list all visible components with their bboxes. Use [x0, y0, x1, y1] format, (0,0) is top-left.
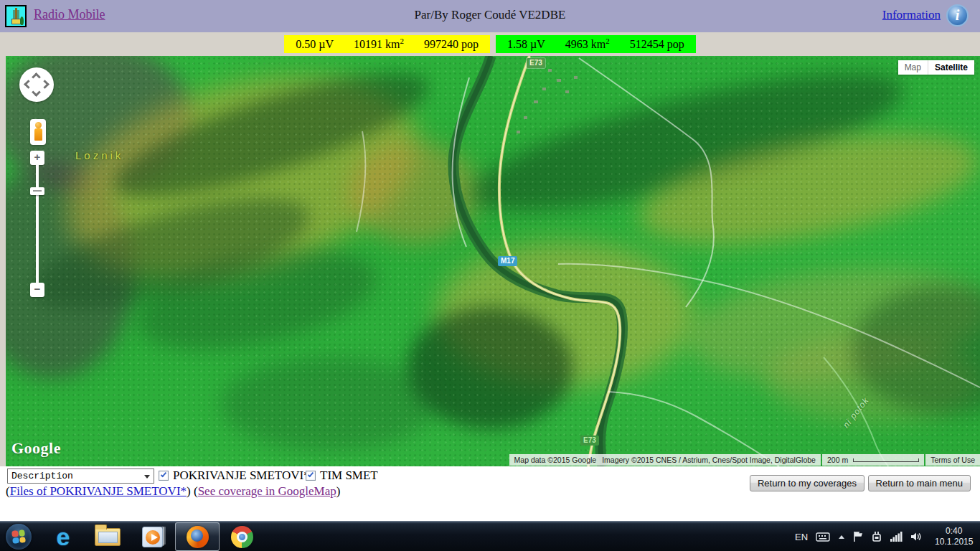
attribution-text: Map data ©2015 Google Imagery ©2015 CNES…	[509, 454, 821, 466]
return-to-my-coverages-button[interactable]: Return to my coverages	[750, 475, 864, 491]
scale-value: 200 m	[827, 456, 848, 464]
folder-icon	[95, 528, 121, 546]
show-hidden-icons-arrow[interactable]	[838, 534, 845, 540]
zoom-slider-handle[interactable]	[30, 187, 44, 195]
coverage-stats-yellow: 0.50 µV 10191 km2 997240 pop	[284, 35, 490, 53]
information-link[interactable]: Information	[882, 8, 941, 22]
start-button[interactable]	[6, 524, 32, 550]
checkbox-tim-label: TIM SMET	[320, 468, 378, 483]
firefox-icon	[187, 526, 209, 548]
zoom-slider-track[interactable]	[36, 165, 39, 283]
checkbox-tim-smet[interactable]	[306, 471, 316, 481]
info-icon[interactable]: i	[946, 4, 969, 27]
checkbox-pokrivanje-smetovi[interactable]	[159, 471, 169, 481]
street-view-pegman[interactable]	[30, 119, 46, 145]
zoom-in-button[interactable]: +	[30, 151, 44, 165]
date: 10.1.2015	[935, 537, 973, 547]
checkmark-icon	[308, 471, 314, 478]
pan-up-icon[interactable]	[32, 72, 41, 82]
bottom-panel: Description POKRIVANJE SMETOVI* TIM SMET…	[0, 466, 980, 521]
paren: )	[187, 484, 191, 498]
scale-bar	[853, 458, 919, 462]
firefox-button-active[interactable]	[175, 522, 220, 551]
coverage-stats-green: 1.58 µV 4963 km2 512454 pop	[496, 35, 696, 53]
roads-river-layer	[6, 56, 980, 466]
pan-left-icon[interactable]	[24, 80, 33, 89]
stats-strip: 0.50 µV 10191 km2 997240 pop 1.58 µV 496…	[0, 32, 980, 56]
action-center-flag-icon[interactable]	[853, 531, 863, 542]
language-indicator[interactable]: EN	[795, 532, 808, 542]
route-badge-e73-top: E73	[527, 58, 545, 68]
links-row: (Files of POKRIVANJE SMETOVI*) (See cove…	[6, 484, 340, 499]
description-select[interactable]: Description	[7, 468, 154, 484]
checkmark-icon	[161, 471, 166, 478]
google-logo[interactable]: Google	[11, 439, 61, 458]
pan-right-icon[interactable]	[40, 80, 50, 89]
chrome-icon	[231, 526, 253, 548]
checkbox-pokrivanje-label: POKRIVANJE SMETOVI*	[173, 468, 310, 483]
files-of-coverage-link[interactable]: Files of POKRIVANJE SMETOVI*	[10, 484, 187, 498]
coverage-map-canvas[interactable]: E73 M17 E73 Loznik ni potok + − Map Sate…	[6, 56, 980, 466]
map-pan-control[interactable]	[19, 67, 54, 102]
map-type-map-button[interactable]: Map	[898, 60, 928, 75]
satellite-texture	[6, 56, 980, 466]
chrome-button[interactable]	[225, 522, 258, 551]
system-tray: EN 0:40 10.1.2015	[795, 522, 973, 551]
dropdown-arrow-icon	[144, 475, 150, 479]
power-plug-icon[interactable]	[871, 531, 882, 542]
see-coverage-googlemap-link[interactable]: See coverage in GoogleMap	[198, 484, 336, 498]
route-badge-e73-bottom: E73	[580, 435, 599, 446]
stream-label: ni potok	[841, 395, 871, 430]
windows-taskbar: e EN	[0, 521, 980, 551]
description-select-value: Description	[11, 471, 73, 481]
windows-explorer-button[interactable]	[91, 522, 124, 551]
internet-explorer-icon: e	[57, 526, 70, 547]
media-player-icon	[142, 527, 163, 547]
page-title: Par/By Roger Coudé VE2DBE	[0, 8, 980, 22]
internet-explorer-button[interactable]: e	[47, 522, 80, 551]
map-type-control: Map Satellite	[898, 60, 974, 75]
place-label-loznik: Loznik	[75, 149, 123, 161]
map-attribution-bar: Map data ©2015 Google Imagery ©2015 CNES…	[508, 454, 980, 466]
terms-of-use-link[interactable]: Terms of Use	[925, 454, 980, 466]
network-signal-icon[interactable]	[890, 532, 903, 542]
time: 0:40	[935, 526, 973, 537]
population: 512454 pop	[630, 38, 684, 51]
scale-control: 200 m	[822, 454, 924, 466]
coverage-area: 10191 km2	[354, 37, 404, 51]
paren: )	[336, 484, 341, 498]
keyboard-icon[interactable]	[816, 532, 830, 542]
population: 997240 pop	[424, 38, 479, 51]
header-bar: Radio Mobile Par/By Roger Coudé VE2DBE I…	[0, 0, 980, 32]
windows-flag-icon	[11, 529, 26, 544]
clock[interactable]: 0:40 10.1.2015	[930, 526, 973, 547]
pan-down-icon[interactable]	[32, 88, 41, 97]
volume-speaker-icon[interactable]	[910, 532, 923, 542]
map-type-satellite-button[interactable]: Satellite	[928, 60, 974, 75]
media-player-button[interactable]	[136, 522, 169, 551]
return-to-main-menu-button[interactable]: Return to main menu	[868, 475, 971, 491]
zoom-out-button[interactable]: −	[30, 283, 44, 297]
pegman-body	[34, 128, 42, 141]
signal-level: 1.58 µV	[507, 38, 545, 51]
route-badge-m17: M17	[498, 256, 517, 266]
signal-level: 0.50 µV	[296, 38, 334, 51]
coverage-area: 4963 km2	[565, 37, 610, 51]
pegman-head	[35, 122, 42, 128]
page-gutter	[0, 56, 6, 466]
